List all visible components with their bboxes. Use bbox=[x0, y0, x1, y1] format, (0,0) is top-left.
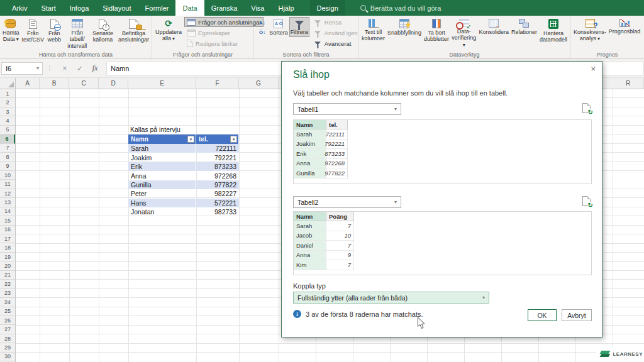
name-box[interactable]: I6 bbox=[1, 62, 43, 75]
ribbon-tab[interactable]: Start bbox=[34, 0, 62, 16]
preview-column-namn[interactable]: Namn bbox=[294, 212, 326, 221]
row-header[interactable]: 23 bbox=[0, 289, 15, 298]
preview-name-cell[interactable]: Anna bbox=[294, 251, 326, 261]
insert-function-icon[interactable]: fx bbox=[87, 63, 103, 73]
reapply-filter-button[interactable]: Använd igen bbox=[311, 28, 360, 38]
row-header[interactable]: 10 bbox=[0, 171, 15, 180]
row-header[interactable]: 2 bbox=[0, 98, 15, 107]
ribbon-tab[interactable]: Infoga bbox=[63, 0, 96, 16]
filter-button[interactable]: Filtrera bbox=[289, 17, 309, 37]
cancel-entry-icon[interactable]: × bbox=[57, 64, 72, 73]
preview-value-cell[interactable]: 7 bbox=[326, 241, 354, 251]
row-header[interactable]: 20 bbox=[0, 261, 15, 270]
confirm-entry-icon[interactable]: ✓ bbox=[72, 64, 87, 73]
ribbon-tab[interactable]: Data bbox=[175, 0, 204, 16]
column-header[interactable]: G bbox=[239, 78, 279, 89]
preview-column-namn[interactable]: Namn bbox=[294, 120, 326, 129]
preview-name-cell[interactable]: Sarah bbox=[294, 221, 326, 231]
flash-fill-button[interactable]: Snabbfyllning bbox=[386, 17, 423, 38]
column-header[interactable]: B bbox=[40, 78, 69, 89]
preview-column-poang[interactable]: Poäng bbox=[326, 212, 354, 221]
table-header-namn[interactable]: Namn ▾ bbox=[128, 134, 196, 144]
row-header[interactable]: 22 bbox=[0, 280, 15, 288]
preview-value-cell[interactable]: 7 bbox=[326, 221, 354, 231]
table1-selector[interactable]: Tabell1 bbox=[293, 103, 401, 115]
filter-dropdown-icon[interactable]: ▾ bbox=[187, 136, 194, 143]
row-header[interactable]: 30 bbox=[0, 353, 15, 361]
refresh-preview-icon[interactable] bbox=[582, 103, 591, 113]
preview-value-cell[interactable]: 972268 bbox=[326, 159, 348, 169]
column-header[interactable]: F bbox=[196, 78, 239, 89]
row-header[interactable]: 3 bbox=[0, 107, 15, 116]
ok-button[interactable]: OK bbox=[528, 309, 557, 321]
preview-value-cell[interactable]: 722111 bbox=[326, 129, 348, 140]
row-header[interactable]: 17 bbox=[0, 234, 15, 243]
preview-column-tel[interactable]: tel. bbox=[326, 120, 348, 129]
row-header[interactable]: 6 bbox=[0, 134, 15, 143]
tel-cell[interactable]: 982227 bbox=[196, 189, 239, 198]
tel-cell[interactable]: 722111 bbox=[196, 144, 239, 153]
ribbon-tab[interactable]: Visa bbox=[244, 0, 271, 16]
recent-sources-button[interactable]: Senaste källorna bbox=[91, 17, 114, 45]
preview-name-cell[interactable]: Anna bbox=[294, 159, 326, 169]
row-header[interactable]: 15 bbox=[0, 216, 15, 225]
row-header[interactable]: 18 bbox=[0, 243, 15, 252]
row-header[interactable]: 5 bbox=[0, 126, 15, 134]
table-header-tel[interactable]: tel. ▾ bbox=[196, 134, 239, 144]
from-table-range-button[interactable]: Från tabell/ intervall bbox=[63, 17, 91, 51]
name-cell[interactable]: Peter bbox=[128, 189, 196, 198]
preview-name-cell[interactable]: Kim bbox=[294, 260, 326, 270]
from-text-csv-button[interactable]: Från text/CSV bbox=[21, 17, 46, 45]
name-cell[interactable]: Joakim bbox=[128, 153, 196, 162]
row-header[interactable]: 25 bbox=[0, 307, 15, 316]
column-header[interactable]: E bbox=[128, 78, 196, 89]
ribbon-tab[interactable]: Design bbox=[310, 0, 345, 16]
sort-descending-button[interactable]: Ö↓ bbox=[257, 28, 268, 37]
edit-links-button[interactable]: Redigera länkar bbox=[184, 38, 264, 48]
row-header[interactable]: 9 bbox=[0, 162, 15, 171]
queries-connections-button[interactable]: Frågor och anslutningar bbox=[184, 17, 264, 27]
existing-connections-button[interactable]: Befintliga anslutningar bbox=[117, 17, 150, 45]
join-kind-select[interactable]: Fullständig ytter (alla rader från båda) bbox=[293, 292, 489, 304]
tel-cell[interactable]: 873233 bbox=[196, 162, 239, 171]
row-header[interactable]: 8 bbox=[0, 153, 15, 162]
filter-dropdown-icon[interactable]: ▾ bbox=[230, 136, 237, 143]
row-header[interactable]: 26 bbox=[0, 316, 15, 325]
manage-data-model-button[interactable]: Hantera datamodell bbox=[538, 17, 569, 45]
preview-value-cell[interactable]: 792221 bbox=[326, 140, 348, 150]
relationships-button[interactable]: Relationer bbox=[510, 17, 538, 37]
get-data-button[interactable]: Hämta Data bbox=[1, 17, 21, 45]
row-header[interactable]: 16 bbox=[0, 226, 15, 234]
sort-button[interactable]: A Ö Sortera bbox=[268, 17, 289, 38]
preview-value-cell[interactable]: 10 bbox=[326, 231, 354, 241]
clear-filter-button[interactable]: Rensa bbox=[311, 17, 360, 27]
close-icon[interactable]: × bbox=[591, 64, 596, 74]
row-header[interactable]: 27 bbox=[0, 325, 15, 334]
tel-cell[interactable]: 792221 bbox=[196, 153, 239, 162]
preview-name-cell[interactable]: Jacob bbox=[294, 231, 326, 241]
preview-name-cell[interactable]: Gunilla bbox=[294, 168, 326, 178]
tel-cell[interactable]: 977822 bbox=[196, 180, 239, 189]
advanced-filter-button[interactable]: Avancerat bbox=[311, 38, 360, 48]
column-header[interactable]: A bbox=[16, 78, 40, 89]
preview-name-cell[interactable]: Daniel bbox=[294, 241, 326, 251]
sort-ascending-button[interactable]: A↓ bbox=[257, 19, 268, 28]
preview-value-cell[interactable]: 7 bbox=[326, 260, 354, 270]
ribbon-tab[interactable]: Hjälp bbox=[271, 0, 301, 16]
column-header[interactable]: D bbox=[99, 78, 128, 89]
row-header[interactable]: 14 bbox=[0, 207, 15, 216]
column-header-r[interactable]: R bbox=[613, 78, 644, 89]
properties-button[interactable]: Egenskaper bbox=[184, 28, 264, 38]
table2-selector[interactable]: Tabell2 bbox=[293, 196, 401, 208]
preview-name-cell[interactable]: Joakim bbox=[294, 140, 326, 150]
row-header[interactable]: 4 bbox=[0, 116, 15, 125]
consolidate-button[interactable]: Konsolidera bbox=[477, 17, 510, 37]
refresh-all-button[interactable]: ⟳ Uppdatera alla bbox=[154, 17, 183, 44]
from-web-button[interactable]: Från webb bbox=[45, 17, 63, 45]
row-header[interactable]: 28 bbox=[0, 334, 15, 343]
tel-cell[interactable]: 982733 bbox=[196, 207, 239, 216]
ribbon-tab[interactable]: Arkiv bbox=[5, 0, 34, 16]
row-header[interactable]: 29 bbox=[0, 343, 15, 352]
preview-value-cell[interactable]: 873233 bbox=[326, 149, 348, 159]
tel-cell[interactable]: 572221 bbox=[196, 199, 239, 207]
